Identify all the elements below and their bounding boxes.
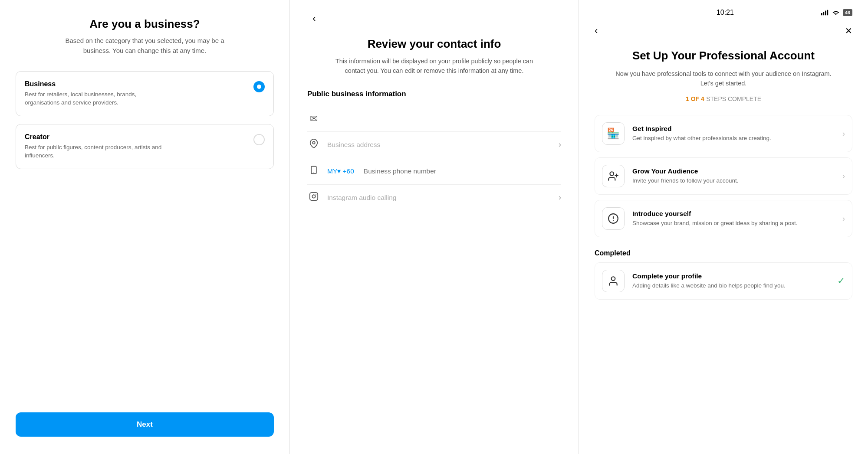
introduce-yourself-icon xyxy=(602,207,625,230)
svg-rect-3 xyxy=(310,192,318,200)
phone-icon xyxy=(307,165,320,177)
option-creator[interactable]: Creator Best for public figures, content… xyxy=(16,124,274,169)
contact-row-phone[interactable]: MY▾ +60 xyxy=(307,158,561,185)
status-bar: 10:21 46 xyxy=(595,9,852,16)
step-get-inspired-desc: Get inspired by what other professionals… xyxy=(632,134,835,143)
step-get-inspired[interactable]: 🏪 Get Inspired Get inspired by what othe… xyxy=(595,115,852,152)
get-inspired-icon: 🏪 xyxy=(602,122,625,145)
panel2-title: Review your contact info xyxy=(307,37,561,51)
step-get-inspired-chevron: › xyxy=(842,129,845,138)
complete-profile-desc: Adding details like a website and bio he… xyxy=(632,282,829,290)
option-business[interactable]: Business Best for retailers, local busin… xyxy=(16,71,274,116)
panel3-title: Set Up Your Professional Account xyxy=(595,49,852,63)
step-introduce-yourself[interactable]: Introduce yourself Showcase your brand, … xyxy=(595,200,852,237)
svg-rect-5 xyxy=(821,13,822,15)
panel3-close-button[interactable]: ✕ xyxy=(845,26,852,36)
address-placeholder: Business address xyxy=(327,141,552,149)
complete-profile-icon xyxy=(602,270,625,292)
complete-profile-title: Complete your profile xyxy=(632,272,829,280)
option-business-title: Business xyxy=(25,80,164,88)
panel-business-type: Are you a business? Based on the categor… xyxy=(0,0,290,454)
radio-business[interactable] xyxy=(253,81,265,92)
panel-professional-setup: 10:21 46 ‹ ✕ Set Up Your Professional Ac… xyxy=(579,0,868,454)
panel-contact-info: ‹ Review your contact info This informat… xyxy=(290,0,579,454)
step-grow-audience-title: Grow Your Audience xyxy=(632,167,835,175)
svg-point-0 xyxy=(312,141,315,144)
steps-complete-text: STEPS COMPLETE xyxy=(706,95,761,102)
phone-code[interactable]: MY▾ +60 xyxy=(327,167,354,175)
svg-rect-6 xyxy=(823,12,824,15)
completed-section-label: Completed xyxy=(595,249,852,257)
wifi-icon xyxy=(832,10,839,16)
option-creator-title: Creator xyxy=(25,133,164,141)
panel1-subtitle: Based on the category that you selected,… xyxy=(62,36,227,56)
step-grow-audience[interactable]: Grow Your Audience Invite your friends t… xyxy=(595,157,852,195)
panel3-back-button[interactable]: ‹ xyxy=(595,25,598,36)
step-get-inspired-title: Get Inspired xyxy=(632,125,835,133)
contact-row-email: ✉ xyxy=(307,106,561,132)
step-introduce-chevron: › xyxy=(842,214,845,223)
contact-row-instagram[interactable]: Instagram audio calling › xyxy=(307,185,561,211)
step-complete-profile[interactable]: Complete your profile Adding details lik… xyxy=(595,262,852,300)
svg-rect-1 xyxy=(311,166,316,173)
section-label: Public business information xyxy=(307,90,561,98)
steps-indicator: 1 OF 4 STEPS COMPLETE xyxy=(595,95,852,103)
email-icon: ✉ xyxy=(307,113,320,124)
steps-complete-count: 1 OF 4 xyxy=(686,95,704,102)
option-business-desc: Best for retailers, local businesses, br… xyxy=(25,91,164,107)
svg-point-9 xyxy=(610,172,614,176)
instagram-icon xyxy=(307,192,320,204)
instagram-chevron: › xyxy=(559,193,561,202)
location-icon xyxy=(307,139,320,151)
option-creator-desc: Best for public figures, content produce… xyxy=(25,144,164,160)
back-button[interactable]: ‹ xyxy=(307,13,321,24)
panel3-subtitle: Now you have professional tools to conne… xyxy=(615,69,832,88)
address-chevron: › xyxy=(559,140,561,149)
radio-creator[interactable] xyxy=(253,134,265,145)
panel1-title: Are you a business? xyxy=(89,17,200,31)
phone-input[interactable] xyxy=(364,167,561,175)
battery-display: 46 xyxy=(843,9,852,16)
signal-icon xyxy=(821,10,829,16)
step-introduce-desc: Showcase your brand, mission or great id… xyxy=(632,219,835,228)
status-icons: 46 xyxy=(821,9,852,16)
svg-point-15 xyxy=(612,277,615,281)
step-grow-audience-desc: Invite your friends to follow your accou… xyxy=(632,177,835,185)
panel2-subtitle: This information will be displayed on yo… xyxy=(335,57,534,76)
grow-audience-icon xyxy=(602,165,625,187)
instagram-placeholder: Instagram audio calling xyxy=(327,194,552,202)
svg-rect-8 xyxy=(827,10,828,16)
complete-profile-check: ✓ xyxy=(837,275,845,287)
next-button[interactable]: Next xyxy=(16,412,274,437)
step-grow-audience-chevron: › xyxy=(842,172,845,181)
step-introduce-title: Introduce yourself xyxy=(632,210,835,218)
panel3-nav: ‹ ✕ xyxy=(595,25,852,36)
svg-rect-7 xyxy=(825,11,826,16)
contact-row-address[interactable]: Business address › xyxy=(307,132,561,158)
time-display: 10:21 xyxy=(717,9,734,16)
